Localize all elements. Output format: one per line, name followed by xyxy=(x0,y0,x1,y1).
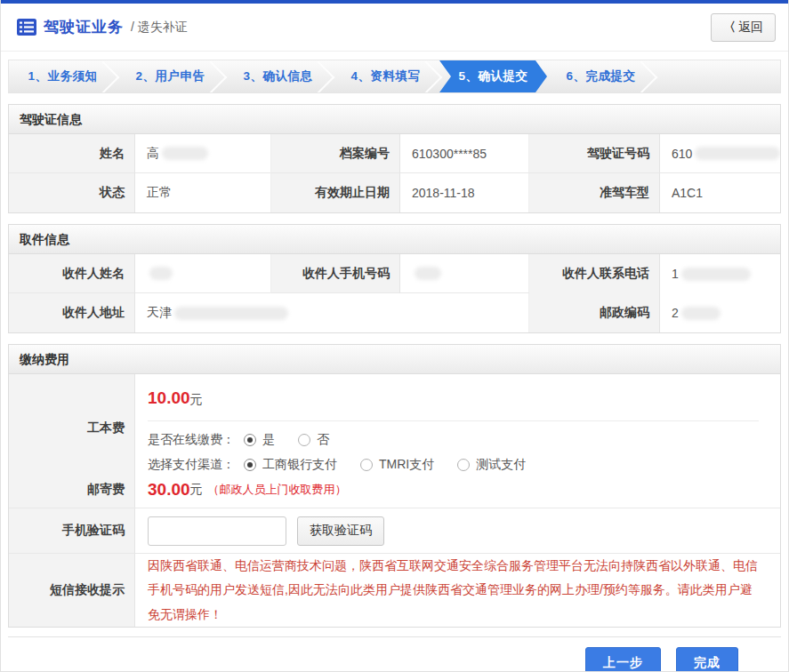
recipient-phone-value: 1 xyxy=(660,254,780,293)
payment-section-title: 缴纳费用 xyxy=(9,345,780,374)
status-label: 状态 xyxy=(9,173,135,212)
radio-label: 工商银行支付 xyxy=(262,457,337,473)
license-number-label: 驾驶证号码 xyxy=(529,134,660,173)
pickup-info-section: 取件信息 收件人姓名 收件人手机号码 收件人联系电话 1 收件人地址 天津 邮政… xyxy=(8,224,781,333)
radio-unchecked-icon xyxy=(298,434,310,446)
sms-notice-label: 短信接收提示 xyxy=(9,554,135,627)
radio-unchecked-icon xyxy=(360,459,373,471)
license-table: 姓名 高 档案编号 610300****85 驾驶证号码 610 状态 正常 有… xyxy=(9,134,780,212)
radio-checked-icon xyxy=(244,434,256,446)
radio-label: 测试支付 xyxy=(476,457,526,473)
card-fee-content: 10.00元 是否在线缴费： 是 否 选择支付渠道： 工商银行支付 TMRI支付… xyxy=(135,374,780,482)
radio-unchecked-icon xyxy=(457,459,470,471)
sms-code-input[interactable] xyxy=(148,516,286,546)
sms-notice-text: 因陕西省联通、电信运营商技术问题，陕西省互联网交通安全综合服务管理平台无法向持陕… xyxy=(135,554,780,627)
pickup-section-title: 取件信息 xyxy=(9,225,780,254)
business-list-icon xyxy=(17,19,36,36)
zip-code-label: 邮政编码 xyxy=(529,293,660,332)
step-wizard: 1、业务须知 2、用户申告 3、确认信息 4、资料填写 5、确认提交 6、完成提… xyxy=(8,60,781,93)
card-fee-label: 工本费 xyxy=(9,374,135,482)
redaction-blur xyxy=(415,267,441,280)
recipient-name-label: 收件人姓名 xyxy=(9,254,135,293)
expiry-date-label: 有效期止日期 xyxy=(271,173,400,212)
expiry-date-value: 2018-11-18 xyxy=(400,173,529,212)
back-button-label: 返回 xyxy=(738,20,763,34)
recipient-mobile-label: 收件人手机号码 xyxy=(271,254,400,293)
step-1-notice[interactable]: 1、业务须知 xyxy=(9,60,117,92)
step-label: 6、完成提交 xyxy=(566,68,635,84)
sms-code-row: 手机验证码 获取验证码 xyxy=(9,508,780,554)
vehicle-class-label: 准驾车型 xyxy=(529,173,660,212)
get-sms-code-button[interactable]: 获取验证码 xyxy=(297,516,384,546)
postage-fee-label: 邮寄费 xyxy=(9,472,135,508)
back-chevron-icon: 〈 xyxy=(723,20,736,34)
pay-channel-question: 选择支付渠道： xyxy=(148,457,235,473)
vehicle-class-value: A1C1 xyxy=(660,173,780,212)
breadcrumb: / 遗失补证 xyxy=(131,20,188,36)
step-label: 3、确认信息 xyxy=(243,68,312,84)
radio-channel-tmri[interactable]: TMRI支付 xyxy=(360,457,434,473)
back-button[interactable]: 〈返回 xyxy=(711,13,776,42)
step-2-declare[interactable]: 2、用户申告 xyxy=(117,60,224,92)
payment-section: 缴纳费用 工本费 10.00元 是否在线缴费： 是 否 选择支付渠道： 工商银行… xyxy=(8,344,781,628)
sms-code-label: 手机验证码 xyxy=(9,508,135,553)
card-fee-unit: 元 xyxy=(190,392,203,406)
previous-step-button[interactable]: 上一步 xyxy=(585,647,661,672)
card-fee-amount: 10.00 xyxy=(148,388,190,407)
step-6-finish[interactable]: 6、完成提交 xyxy=(547,60,655,92)
license-info-section: 驾驶证信息 姓名 高 档案编号 610300****85 驾驶证号码 610 状… xyxy=(8,104,781,213)
redaction-blur xyxy=(162,147,208,160)
card-fee-amount-line: 10.00元 xyxy=(148,374,762,408)
recipient-address-value: 天津 xyxy=(135,293,529,332)
zip-code-value: 2 xyxy=(660,293,780,332)
postage-fee-row: 邮寄费 30.00元 （邮政人员上门收取费用） xyxy=(9,472,780,508)
radio-online-yes[interactable]: 是 xyxy=(244,432,275,448)
redaction-blur xyxy=(174,307,288,320)
fee-divider xyxy=(148,420,759,421)
postage-fee-content: 30.00元 （邮政人员上门收取费用） xyxy=(135,472,780,508)
file-number-label: 档案编号 xyxy=(271,134,400,173)
page-title: 驾驶证业务 xyxy=(44,17,124,37)
step-5-confirm-submit-active[interactable]: 5、确认提交 xyxy=(439,60,547,92)
step-label: 4、资料填写 xyxy=(350,68,420,84)
name-value: 高 xyxy=(135,134,271,173)
recipient-mobile-value xyxy=(400,254,529,293)
radio-label: TMRI支付 xyxy=(379,457,434,473)
footer-actions: 上一步 完成 xyxy=(8,636,781,672)
sms-code-content: 获取验证码 xyxy=(135,508,780,553)
pay-channel-option-line: 选择支付渠道： 工商银行支付 TMRI支付 测试支付 xyxy=(148,457,762,473)
step-3-confirm-info[interactable]: 3、确认信息 xyxy=(224,60,332,92)
radio-label: 否 xyxy=(317,432,329,448)
online-pay-question: 是否在线缴费： xyxy=(148,432,235,448)
postage-unit: 元 xyxy=(190,482,203,498)
file-number-value: 610300****85 xyxy=(400,134,529,173)
recipient-address-label: 收件人地址 xyxy=(9,293,135,332)
finish-button[interactable]: 完成 xyxy=(676,647,738,672)
radio-channel-test[interactable]: 测试支付 xyxy=(457,457,526,473)
header: 驾驶证业务 / 遗失补证 〈返回 xyxy=(1,4,788,52)
recipient-phone-label: 收件人联系电话 xyxy=(529,254,660,293)
status-value: 正常 xyxy=(135,173,271,212)
step-label: 5、确认提交 xyxy=(458,68,527,84)
postage-amount: 30.00 xyxy=(148,480,190,500)
online-pay-option-line: 是否在线缴费： 是 否 xyxy=(148,432,762,448)
license-number-value: 610 xyxy=(660,134,780,173)
radio-channel-icbc[interactable]: 工商银行支付 xyxy=(244,457,337,473)
card-fee-row: 工本费 10.00元 是否在线缴费： 是 否 选择支付渠道： 工商银行支付 TM… xyxy=(9,374,780,472)
step-label: 1、业务须知 xyxy=(28,68,97,84)
redaction-blur xyxy=(681,307,721,320)
step-bar-tail xyxy=(655,60,780,92)
step-4-fill-data[interactable]: 4、资料填写 xyxy=(332,60,439,92)
page: 驾驶证业务 / 遗失补证 〈返回 1、业务须知 2、用户申告 3、确认信息 4、… xyxy=(0,0,789,672)
redaction-blur xyxy=(695,147,780,160)
sms-notice-row: 短信接收提示 因陕西省联通、电信运营商技术问题，陕西省互联网交通安全综合服务管理… xyxy=(9,554,780,627)
postage-note: （邮政人员上门收取费用） xyxy=(208,482,347,498)
radio-online-no[interactable]: 否 xyxy=(298,432,329,448)
pickup-table: 收件人姓名 收件人手机号码 收件人联系电话 1 收件人地址 天津 邮政编码 2 xyxy=(9,254,780,332)
step-label: 2、用户申告 xyxy=(135,68,205,84)
name-label: 姓名 xyxy=(9,134,135,173)
radio-label: 是 xyxy=(262,432,275,448)
recipient-name-value xyxy=(135,254,271,293)
radio-checked-icon xyxy=(244,459,256,471)
redaction-blur xyxy=(681,268,751,281)
